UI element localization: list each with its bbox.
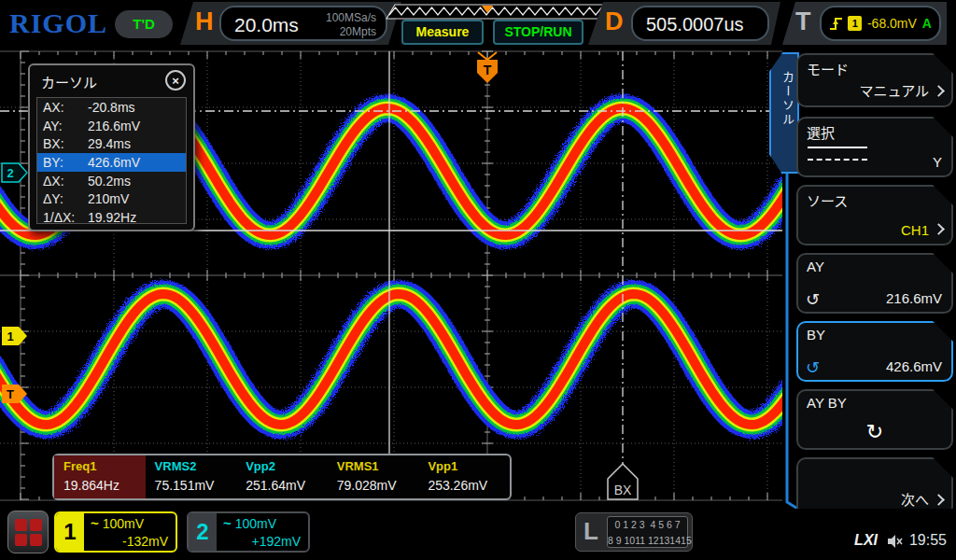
cursor-row-inv-dx: 1/ΔX:19.92Hz	[37, 208, 186, 227]
horizontal-label: H	[195, 7, 214, 36]
cursor-row-dy: ΔY:210mV	[37, 189, 186, 208]
cursor-menu-tab[interactable]: カーソル	[769, 52, 799, 174]
stop-run-button[interactable]: STOP/RUN	[493, 20, 583, 45]
top-status-bar: RIGOL T'D H 20.0ms 100MSa/s 20Mpts Measu…	[0, 0, 956, 49]
measure-button[interactable]: Measure	[401, 20, 484, 45]
measurement-bar: Freq119.864Hz VRMS275.151mV Vpp2251.64mV…	[52, 454, 512, 500]
channel1-offset: -132mV	[122, 534, 168, 549]
sound-muted-icon[interactable]	[887, 534, 904, 549]
svg-text:T: T	[484, 63, 492, 77]
logic-row2: 8 9 1011 12131415	[608, 535, 692, 546]
channel2-scale: 100mV	[235, 516, 276, 531]
cursor-row-by: BY:426.6mV	[37, 153, 186, 172]
delay-panel[interactable]: D 505.0007us	[588, 2, 780, 45]
close-icon[interactable]: ×	[165, 70, 186, 91]
menu-item-select[interactable]: 選択 Y	[796, 117, 953, 177]
menu-item-ay[interactable]: AY ↺ 216.6mV	[796, 253, 953, 314]
trigger-source-badge: 1	[848, 16, 861, 31]
ac-coupling-icon: ~	[223, 515, 232, 531]
logic-row1: 0 1 2 3 4 5 6 7	[614, 519, 680, 530]
channel2-offset: +192mV	[251, 534, 301, 549]
measurement-vpp1[interactable]: Vpp1253.26mV	[418, 455, 510, 498]
svg-text:T: T	[7, 387, 14, 401]
cursor-row-dx: ΔX:50.2ms	[37, 172, 186, 190]
measurement-vrms1[interactable]: VRMS179.028mV	[328, 455, 419, 498]
chevron-right-icon	[933, 85, 945, 97]
chevron-right-icon	[933, 223, 945, 235]
menu-item-by[interactable]: BY ↺ 426.6mV	[796, 321, 953, 382]
trigger-panel[interactable]: T 1 -68.0mV A	[782, 2, 947, 45]
channel1-scale: 100mV	[103, 516, 144, 531]
channel2-number: 2	[189, 513, 217, 551]
cursor-bx-flag[interactable]: BX	[608, 464, 638, 499]
delay-label: D	[605, 7, 624, 36]
horizontal-panel[interactable]: H 20.0ms 100MSa/s 20Mpts	[180, 2, 401, 45]
menu-item-ay-by[interactable]: AY BY ↻	[796, 389, 953, 450]
menu-grid-button[interactable]	[7, 511, 49, 553]
trigger-level-value: -68.0mV	[867, 16, 917, 31]
swap-icon: ↻	[798, 420, 951, 444]
cursor-panel-title: カーソル	[41, 72, 97, 91]
clock: 19:55	[909, 532, 947, 549]
channel1-number: 1	[56, 513, 84, 551]
svg-text:2: 2	[7, 166, 13, 180]
channel2-badge[interactable]: 2 ~ 100mV +192mV	[187, 511, 310, 553]
memory-depth: 20Mpts	[326, 25, 376, 39]
logic-channels-badge[interactable]: L 0 1 2 3 4 5 6 78 9 1011 12131415	[575, 512, 693, 552]
multifunction-knob-icon: ↺	[806, 289, 820, 310]
sample-rate: 100MSa/s	[326, 11, 376, 25]
oscilloscope-screen: BX T 2 1 T RIGOL T'D H 20.0m	[0, 0, 956, 560]
cursor-results-panel: カーソル × AX:-20.8ms AY:216.6mV BX:29.4ms B…	[28, 63, 195, 231]
channel1-badge[interactable]: 1 ~ 100mV -132mV	[54, 511, 177, 553]
logic-label: L	[583, 517, 598, 546]
delay-value: 505.0007us	[646, 14, 744, 35]
svg-text:BX: BX	[614, 483, 632, 497]
rigol-logo: RIGOL	[9, 7, 107, 39]
measurement-vrms2[interactable]: VRMS275.151mV	[146, 455, 237, 498]
menu-item-next-page[interactable]: 次へ	[796, 457, 953, 516]
multifunction-knob-icon: ↺	[806, 357, 820, 378]
svg-text:1: 1	[7, 329, 13, 343]
bottom-status-bar: 1 ~ 100mV -132mV 2 ~ 100mV +192mV L 0 1 …	[0, 509, 956, 560]
lxi-logo: LXI	[854, 532, 878, 549]
chevron-right-icon	[933, 494, 945, 506]
cursor-b-line-icon	[808, 159, 867, 161]
trigger-status-badge: T'D	[115, 10, 173, 38]
timebase-value: 20.0ms	[234, 14, 299, 36]
ac-coupling-icon: ~	[91, 515, 99, 531]
measurement-vpp2[interactable]: Vpp2251.64mV	[236, 455, 328, 498]
trigger-label: T	[795, 7, 811, 36]
cursor-row-ay: AY:216.6mV	[37, 117, 186, 135]
menu-item-source[interactable]: ソース CH1	[796, 185, 953, 245]
waveform-ch1	[0, 294, 790, 425]
cursor-a-line-icon	[808, 147, 867, 148]
cursor-row-ax: AX:-20.8ms	[37, 98, 186, 117]
trigger-slope-icon	[829, 16, 842, 31]
cursor-row-bx: BX:29.4ms	[37, 134, 186, 153]
menu-item-mode[interactable]: モード マニュアル	[796, 53, 953, 107]
measurement-freq1[interactable]: Freq119.864Hz	[54, 455, 146, 498]
trigger-sweep-mode: A	[922, 16, 932, 31]
ch2-ground-marker[interactable]: 2	[2, 163, 27, 182]
